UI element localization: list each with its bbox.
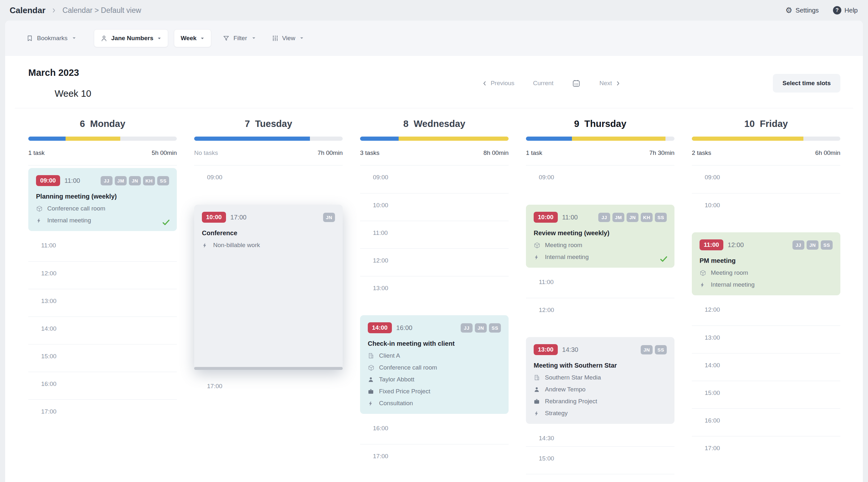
breadcrumb[interactable]: Calendar > Default view — [62, 6, 141, 15]
event-detail: Taylor Abbott — [368, 376, 501, 383]
time-slot[interactable]: 13:00 — [360, 276, 508, 313]
current-button[interactable]: Current — [533, 80, 553, 87]
day-header: 7Tuesday — [194, 119, 343, 129]
time-slot[interactable]: 11:00 — [28, 234, 177, 261]
previous-button[interactable]: Previous — [482, 80, 515, 87]
cube-icon — [36, 205, 43, 212]
event-card[interactable]: 11:0012:00JJJNSSPM meetingMeeting roomIn… — [692, 232, 840, 295]
day-summary-row: No tasks7h 00min — [194, 150, 343, 157]
event-detail: Andrew Tempo — [534, 386, 667, 393]
event-card[interactable]: 10:0017:00JNConferenceNon-billable work — [194, 205, 343, 369]
slot-time-label: 17:00 — [41, 408, 57, 415]
time-slot[interactable]: 16:00 — [28, 372, 177, 399]
progress-planned-segment — [572, 136, 665, 141]
select-time-slots-button[interactable]: Select time slots — [773, 74, 840, 93]
avatar: JN — [475, 323, 487, 332]
next-button[interactable]: Next — [599, 80, 620, 87]
time-slot[interactable]: 12:00 — [526, 298, 675, 334]
event-start-badge: 11:00 — [700, 239, 723, 250]
event-end-time: 12:00 — [728, 241, 744, 249]
sliders-icon — [272, 35, 278, 41]
cube-icon — [534, 242, 541, 249]
time-slot[interactable]: 16:00 — [526, 474, 675, 482]
event-card[interactable]: 10:0011:00JJJMJNKHSSReview meeting (week… — [526, 205, 675, 268]
event-end-time: 11:00 — [65, 177, 81, 185]
day-timeline: 09:0010:0011:0012:00JJJNSSPM meetingMeet… — [692, 165, 840, 464]
time-slot[interactable]: 16:00 — [360, 416, 508, 444]
briefcase-icon — [368, 388, 375, 395]
avatar: JM — [613, 213, 624, 222]
filter-dropdown[interactable]: Filter — [223, 35, 255, 42]
time-slot[interactable]: 12:00 — [360, 248, 508, 276]
time-slot[interactable]: 09:00 — [360, 165, 508, 193]
slot-time-label: 11:00 — [539, 279, 554, 285]
chevron-down-icon — [200, 36, 205, 40]
time-slot[interactable]: 10:00 — [360, 193, 508, 221]
time-slot[interactable]: 10:00 — [692, 193, 840, 230]
event-detail-text: Internal meeting — [47, 217, 91, 224]
event-start-badge: 14:00 — [368, 322, 392, 333]
time-slot[interactable]: 15:00 — [28, 344, 177, 372]
slot-time-label: 10:00 — [705, 202, 720, 208]
help-button[interactable]: ? Help — [833, 6, 858, 14]
day-duration: 7h 30min — [649, 150, 675, 157]
event-end-time: 16:00 — [396, 324, 412, 332]
day-number: 6 — [80, 119, 85, 129]
progress-tracked-segment — [194, 136, 310, 141]
time-slot[interactable]: 13:00 — [28, 289, 177, 317]
avatar-group: JN — [323, 213, 335, 222]
day-summary-row: 1 task7h 30min — [526, 150, 675, 157]
time-slot[interactable]: 16:00 — [692, 409, 840, 436]
event-title: PM meeting — [700, 257, 833, 264]
breadcrumb-chevron-icon — [51, 8, 57, 13]
week-label: Week 10 — [31, 78, 330, 99]
event-detail: Consultation — [368, 400, 501, 407]
time-slot[interactable]: 17:00 — [28, 399, 177, 427]
event-card[interactable]: 13:0014:30JNSSMeeting with Southern Star… — [526, 337, 675, 424]
time-slot[interactable]: 15:00 — [692, 381, 840, 409]
time-slot[interactable]: 15:00 — [526, 446, 675, 474]
time-slot[interactable]: 09:00 — [526, 165, 675, 202]
event-time-row: 10:0017:00JN — [202, 212, 335, 223]
time-slot[interactable]: 12:00 — [692, 298, 840, 325]
range-selector[interactable]: Week — [174, 29, 211, 47]
day-duration: 6h 00min — [815, 150, 840, 157]
tasks-count: 2 tasks — [692, 150, 711, 157]
time-slot[interactable]: 17:00 — [692, 436, 840, 464]
time-slot[interactable]: 11:00 — [526, 270, 675, 298]
time-slot[interactable]: 12:00 — [28, 261, 177, 289]
time-slot[interactable]: 09:00 — [692, 165, 840, 193]
time-slot[interactable]: 14:30 — [526, 426, 675, 446]
day-progress-bar — [360, 136, 508, 141]
event-title: Meeting with Southern Star — [534, 362, 667, 369]
event-detail-text: Meeting room — [711, 269, 748, 276]
event-detail: Rebranding Project — [534, 398, 667, 405]
event-detail-text: Conference call room — [379, 364, 437, 371]
time-slot[interactable]: 13:00 — [692, 325, 840, 353]
avatar-group: JJJNSS — [461, 323, 501, 332]
person-selector[interactable]: Jane Numbers — [94, 29, 168, 47]
day-summary-row: 2 tasks6h 00min — [692, 150, 840, 157]
event-detail: Conference call room — [368, 364, 501, 371]
settings-button[interactable]: ⚙ Settings — [785, 6, 819, 14]
event-detail: Internal meeting — [36, 217, 169, 224]
drag-handle[interactable] — [194, 367, 343, 370]
event-card[interactable]: 14:0016:00JJJNSSCheck-in meeting with cl… — [360, 315, 508, 414]
event-title: Check-in meeting with client — [368, 340, 501, 347]
event-end-time: 14:30 — [562, 346, 578, 353]
slot-time-label: 12:00 — [705, 306, 720, 313]
view-dropdown[interactable]: View — [272, 35, 304, 42]
time-slot[interactable]: 17:00 — [194, 374, 343, 402]
event-card[interactable]: 09:0011:00JJJMJNKHSSPlanning meeting (we… — [28, 168, 177, 231]
time-slot[interactable]: 17:00 — [360, 444, 508, 472]
bookmarks-dropdown[interactable]: Bookmarks — [26, 35, 76, 42]
time-slot[interactable]: 11:00 — [360, 221, 508, 248]
chevron-left-icon — [482, 81, 487, 86]
day-progress-bar — [194, 136, 343, 141]
event-time-row: 10:0011:00JJJMJNKHSS — [534, 212, 667, 223]
date-picker-button[interactable] — [572, 79, 581, 88]
time-slot[interactable]: 14:00 — [692, 353, 840, 381]
time-slot[interactable]: 14:00 — [28, 317, 177, 344]
day-header: 9Thursday — [526, 119, 675, 129]
time-slot[interactable]: 09:00 — [194, 165, 343, 202]
